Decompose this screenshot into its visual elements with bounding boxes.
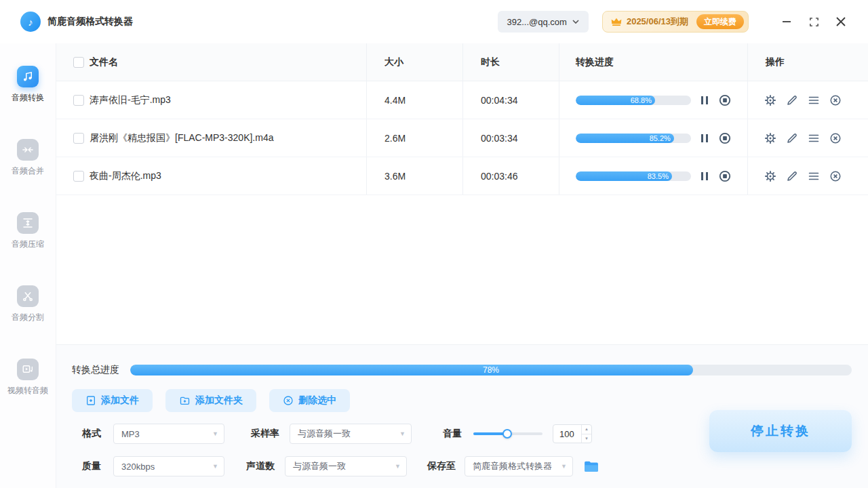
- control-panel: 转换总进度 78% 添加文件 添加文件夹 删除选中: [56, 344, 868, 488]
- add-folder-button[interactable]: 添加文件夹: [165, 389, 256, 412]
- app-window: ♪ 简鹿音频格式转换器 392...@qq.com 2025/06/13到期 立…: [0, 0, 868, 488]
- channels-select[interactable]: 与源音频一致 ▼: [285, 456, 407, 476]
- list-icon: [808, 170, 820, 182]
- topbar: ♪ 简鹿音频格式转换器 392...@qq.com 2025/06/13到期 立…: [0, 0, 868, 43]
- edit-button[interactable]: [786, 94, 798, 106]
- header-progress: 转换进度: [559, 43, 748, 81]
- edit-button[interactable]: [786, 170, 798, 182]
- row-checkbox[interactable]: [73, 95, 84, 106]
- delete-circle-icon: [283, 395, 294, 406]
- row-progress-bar: 68.8%: [576, 96, 691, 105]
- pause-button[interactable]: [698, 170, 711, 182]
- browse-folder-button[interactable]: [583, 458, 600, 475]
- chevron-down-icon: ▼: [212, 430, 218, 437]
- save-to-select[interactable]: 简鹿音频格式转换器 ▼: [465, 456, 573, 476]
- sample-rate-select[interactable]: 与源音频一致 ▼: [290, 424, 412, 444]
- volume-input[interactable]: 100 ▲ ▼: [553, 424, 592, 443]
- details-button[interactable]: [808, 132, 820, 144]
- progress-cell: 68.8%: [559, 81, 748, 119]
- table-body: 涛声依旧-毛宁.mp3 4.4M 00:04:34 68.8%: [56, 81, 868, 195]
- list-icon: [808, 94, 820, 106]
- format-label: 格式: [82, 428, 101, 440]
- format-select[interactable]: MP3 ▼: [113, 424, 224, 444]
- delete-selected-button[interactable]: 删除选中: [269, 389, 350, 412]
- slider-handle[interactable]: [502, 429, 512, 439]
- sidebar-item-1[interactable]: 音频转换: [12, 66, 44, 104]
- progress-cell: 85.2%: [559, 119, 748, 157]
- table-row: 涛声依旧-毛宁.mp3 4.4M 00:04:34 68.8%: [56, 81, 868, 119]
- select-all-checkbox[interactable]: [73, 57, 84, 68]
- minimize-button[interactable]: [777, 12, 796, 31]
- pause-button[interactable]: [698, 94, 711, 106]
- expiry-text: 2025/06/13到期: [627, 16, 688, 28]
- renew-button[interactable]: 立即续费: [696, 14, 744, 29]
- details-button[interactable]: [808, 170, 820, 182]
- add-file-label: 添加文件: [101, 394, 139, 407]
- add-file-button[interactable]: 添加文件: [72, 389, 153, 412]
- sidebar-item-4[interactable]: 音频分割: [12, 285, 44, 323]
- quality-select[interactable]: 320kbps ▼: [113, 456, 224, 476]
- spinner-up-icon[interactable]: ▲: [582, 425, 591, 434]
- actions-cell: [748, 119, 868, 157]
- spinner-down-icon[interactable]: ▼: [582, 434, 591, 443]
- row-progress-bar: 85.2%: [576, 134, 691, 143]
- format-value: MP3: [121, 429, 140, 439]
- stop-row-button[interactable]: [719, 170, 731, 182]
- sample-rate-label: 采样率: [251, 428, 279, 440]
- stop-icon: [719, 132, 731, 144]
- file-actions-row: 添加文件 添加文件夹 删除选中: [56, 389, 868, 412]
- row-progress-fill: 85.2%: [576, 134, 674, 143]
- row-progress-fill: 68.8%: [576, 96, 655, 105]
- stop-icon: [719, 170, 731, 182]
- file-name: 涛声依旧-毛宁.mp3: [90, 94, 171, 106]
- remove-button[interactable]: [829, 94, 842, 106]
- pause-icon: [701, 172, 708, 180]
- sidebar-nav: 音频转换 音频合并 音频压缩 音频分割 视频转音频: [0, 43, 56, 432]
- table-header: 文件名 大小 时长 转换进度 操作: [56, 43, 868, 81]
- header-duration: 时长: [463, 43, 559, 81]
- add-folder-icon: [179, 395, 191, 406]
- settings-button[interactable]: [764, 170, 776, 182]
- size-cell: 4.4M: [367, 81, 463, 119]
- pencil-icon: [786, 132, 798, 144]
- volume-slider[interactable]: [473, 429, 542, 439]
- close-icon: [836, 17, 846, 26]
- volume-spinner: ▲ ▼: [581, 425, 591, 443]
- file-duration: 00:03:46: [481, 171, 518, 182]
- stop-row-button[interactable]: [719, 94, 731, 106]
- duration-cell: 00:03:46: [463, 157, 559, 195]
- pencil-icon: [786, 170, 798, 182]
- gear-icon: [764, 170, 776, 182]
- maximize-button[interactable]: [804, 12, 823, 31]
- close-circle-icon: [829, 170, 842, 182]
- row-checkbox[interactable]: [73, 171, 84, 182]
- total-progress-label: 转换总进度: [72, 364, 119, 376]
- account-dropdown[interactable]: 392...@qq.com: [498, 11, 589, 33]
- split-icon: [17, 285, 39, 307]
- folder-icon: [584, 460, 599, 472]
- pause-button[interactable]: [698, 132, 711, 144]
- quality-value: 320kbps: [121, 462, 155, 472]
- sidebar-item-5[interactable]: 视频转音频: [7, 359, 48, 396]
- duration-cell: 00:03:34: [463, 119, 559, 157]
- sidebar-item-2[interactable]: 音频合并: [12, 139, 44, 177]
- stop-convert-button[interactable]: 停止转换: [709, 410, 852, 452]
- volume-value: 100: [553, 425, 581, 443]
- row-progress-fill: 83.5%: [576, 171, 672, 181]
- row-checkbox[interactable]: [73, 133, 84, 144]
- app-title: 简鹿音频格式转换器: [47, 16, 133, 28]
- settings-button[interactable]: [764, 132, 776, 144]
- chevron-down-icon: ▼: [395, 463, 401, 470]
- table-row: 夜曲-周杰伦.mp3 3.6M 00:03:46 83.5%: [56, 157, 868, 195]
- remove-button[interactable]: [829, 132, 842, 144]
- list-icon: [808, 132, 820, 144]
- remove-button[interactable]: [829, 170, 842, 182]
- details-button[interactable]: [808, 94, 820, 106]
- close-button[interactable]: [831, 12, 850, 31]
- edit-button[interactable]: [786, 132, 798, 144]
- stop-row-button[interactable]: [719, 132, 731, 144]
- add-file-icon: [85, 395, 96, 406]
- sidebar-item-3[interactable]: 音频压缩: [12, 212, 44, 250]
- file-size: 2.6M: [384, 133, 406, 144]
- settings-button[interactable]: [764, 94, 776, 106]
